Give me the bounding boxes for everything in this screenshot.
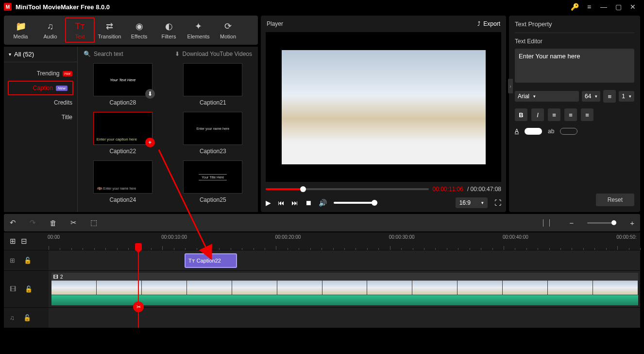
text-icon: TT: [75, 21, 85, 32]
split-button[interactable]: ✂: [70, 218, 77, 227]
search-input[interactable]: 🔍Search text: [84, 51, 169, 57]
player-title: Player: [267, 20, 283, 27]
highlight-color-button[interactable]: ab: [548, 128, 554, 135]
download-icon: ⬇: [175, 51, 180, 57]
prev-button[interactable]: ⏮: [278, 199, 285, 207]
timeline-ruler[interactable]: ⊞ ⊟ 00:0000:00:10:0000:00:20:0000:00:30:…: [4, 232, 640, 250]
caption22-item[interactable]: Enter your caption here+ Caption22: [84, 112, 162, 155]
chevron-down-icon: ▾: [481, 200, 484, 205]
category-sidebar: ▾All (52) TrendingHot CaptionNew Credits…: [4, 47, 78, 212]
timeline-toolbar: ↶ ↷ 🗑 ✂ ⬚ ⎸⎸ − +: [4, 214, 640, 231]
video-preview[interactable]: [266, 32, 501, 182]
bold-button[interactable]: B: [515, 108, 527, 121]
zoom-in-button[interactable]: +: [630, 219, 634, 227]
caption-clip[interactable]: TᴛCaption22: [185, 253, 237, 268]
tab-audio[interactable]: ♫Audio: [35, 18, 65, 43]
text-property-title: Text Property: [515, 19, 634, 33]
download-icon[interactable]: ⬇: [145, 89, 155, 99]
volume-slider[interactable]: [334, 202, 377, 204]
add-icon[interactable]: +: [145, 138, 155, 147]
text-icon: Tᴛ: [188, 258, 195, 264]
bat-icon: 🦇: [97, 186, 102, 191]
text-track-icon: ⊞: [10, 257, 15, 264]
minimize-button[interactable]: —: [596, 0, 611, 14]
text-template-grid: Your Text Here⬇ Caption28 Caption21 Ente…: [78, 61, 258, 212]
text-track: ⊞🔓 TᴛCaption22: [4, 250, 640, 270]
font-family-select[interactable]: Arial▾: [515, 91, 579, 102]
delete-button[interactable]: 🗑: [50, 219, 57, 227]
fullscreen-button[interactable]: ⛶: [494, 199, 501, 207]
menu-icon[interactable]: ≡: [582, 0, 596, 14]
zoom-slider[interactable]: [587, 222, 616, 224]
snap-icon[interactable]: ⎸⎸: [543, 218, 556, 227]
category-caption[interactable]: CaptionNew: [8, 81, 73, 95]
next-button[interactable]: ⏭: [291, 199, 298, 207]
video-track: 🎞🔓 🎞2: [4, 270, 640, 307]
category-trending[interactable]: TrendingHot: [4, 66, 77, 81]
play-button[interactable]: ▶: [266, 199, 271, 207]
tab-motion[interactable]: ⟳Motion: [213, 18, 243, 43]
tab-elements[interactable]: ✦Elements: [184, 18, 213, 43]
category-title[interactable]: Title: [4, 110, 77, 124]
text-color-button[interactable]: A: [515, 128, 519, 135]
track-remove-icon[interactable]: ⊟: [21, 237, 27, 246]
caption23-item[interactable]: Enter your name here Caption23: [174, 112, 253, 155]
highlight-color-swatch[interactable]: [560, 128, 577, 135]
caption25-item[interactable]: Your Title Here Caption25: [174, 160, 253, 203]
lock-icon[interactable]: 🔓: [25, 285, 33, 293]
export-icon: ⤴: [477, 20, 480, 27]
volume-icon[interactable]: 🔊: [319, 199, 327, 207]
maximize-button[interactable]: ▢: [611, 0, 626, 14]
seek-bar[interactable]: [266, 188, 429, 190]
font-size-select[interactable]: 64▾: [582, 91, 600, 102]
tab-effects[interactable]: ◉Effects: [124, 18, 154, 43]
track-add-icon[interactable]: ⊞: [10, 237, 16, 246]
text-content-input[interactable]: [515, 49, 634, 83]
category-all[interactable]: ▾All (52): [4, 47, 77, 62]
audio-track-icon: ♫: [10, 314, 15, 321]
tab-media[interactable]: 📁Media: [6, 18, 35, 43]
align-right-button[interactable]: ≡: [581, 108, 593, 121]
export-button[interactable]: ⤴Export: [477, 20, 500, 27]
caption28-item[interactable]: Your Text Here⬇ Caption28: [84, 63, 162, 106]
upgrade-icon[interactable]: 🔑: [567, 0, 582, 14]
playhead[interactable]: ✂: [138, 250, 139, 328]
collapse-panel-button[interactable]: ›: [508, 79, 513, 93]
caption21-item[interactable]: Caption21: [174, 63, 253, 106]
undo-button[interactable]: ↶: [10, 218, 16, 227]
video-track-icon: 🎞: [10, 285, 16, 293]
chevron-down-icon: ▾: [533, 94, 536, 99]
titlebar: M MiniTool MovieMaker Free 8.0.0 🔑 ≡ — ▢…: [0, 0, 644, 14]
align-left-button[interactable]: ≡: [548, 108, 560, 121]
zoom-out-button[interactable]: −: [569, 219, 574, 227]
stop-button[interactable]: ⏹: [305, 199, 312, 207]
italic-button[interactable]: I: [531, 108, 544, 121]
video-clip[interactable]: 🎞2: [51, 273, 638, 305]
new-badge: New: [56, 86, 68, 91]
chevron-down-icon: ▾: [9, 52, 11, 57]
align-center-button[interactable]: ≡: [564, 108, 577, 121]
tab-text[interactable]: TTText: [65, 18, 95, 43]
chevron-down-icon: ▾: [595, 94, 597, 99]
aspect-ratio-select[interactable]: 16:9▾: [456, 197, 488, 208]
text-editor-label: Text Editor: [515, 38, 634, 45]
hot-badge: Hot: [63, 71, 72, 76]
top-toolbar: 📁Media ♫Audio TTText ⇄Transition ◉Effect…: [4, 16, 258, 45]
elements-icon: ✦: [195, 21, 202, 32]
reset-button[interactable]: Reset: [596, 194, 634, 206]
redo-button[interactable]: ↷: [30, 218, 36, 227]
text-color-swatch[interactable]: [525, 128, 542, 135]
category-credits[interactable]: Credits: [4, 95, 77, 110]
app-title: MiniTool MovieMaker Free 8.0.0: [16, 3, 110, 11]
lock-icon[interactable]: 🔓: [23, 314, 31, 321]
download-youtube-link[interactable]: ⬇Download YouTube Videos: [175, 51, 252, 57]
tab-transition[interactable]: ⇄Transition: [95, 18, 124, 43]
crop-button[interactable]: ⬚: [90, 218, 97, 227]
caption24-item[interactable]: Enter your name here🦇 Caption24: [84, 160, 162, 203]
lock-icon[interactable]: 🔓: [24, 257, 32, 264]
tab-filters[interactable]: ◐Filters: [154, 18, 184, 43]
close-button[interactable]: ✕: [626, 0, 640, 14]
line-spacing-select[interactable]: 1▾: [619, 91, 634, 102]
audio-track: ♫🔓: [4, 307, 640, 328]
playhead-split-button[interactable]: ✂: [133, 301, 144, 312]
